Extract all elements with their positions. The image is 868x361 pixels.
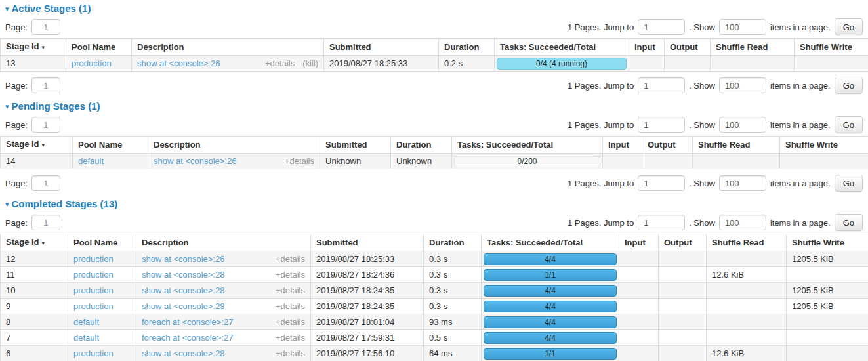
section-header[interactable]: ▾Completed Stages (13) <box>5 198 863 210</box>
column-header-input[interactable]: Input <box>619 234 659 251</box>
go-button[interactable]: Go <box>835 18 863 35</box>
column-header-shuffle-write[interactable]: Shuffle Write <box>780 137 868 154</box>
column-header-description[interactable]: Description <box>148 137 320 154</box>
tasks-cell: 4/4 <box>482 251 619 267</box>
column-header-pool-name[interactable]: Pool Name <box>68 234 136 251</box>
column-header-submitted[interactable]: Submitted <box>311 234 424 251</box>
column-header-shuffle-read[interactable]: Shuffle Read <box>711 39 795 56</box>
column-header-input[interactable]: Input <box>603 137 642 154</box>
column-header-shuffle-write[interactable]: Shuffle Write <box>787 234 868 251</box>
column-header-tasks-succeeded-total[interactable]: Tasks: Succeeded/Total <box>482 234 619 251</box>
column-header-label: Output <box>664 238 692 247</box>
column-header-duration[interactable]: Duration <box>391 137 452 154</box>
pool-name-link[interactable]: production <box>73 254 114 264</box>
pool-name-link[interactable]: production <box>73 301 114 311</box>
column-header-shuffle-read[interactable]: Shuffle Read <box>693 137 780 154</box>
column-header-submitted[interactable]: Submitted <box>324 39 439 56</box>
pool-name-link[interactable]: default <box>78 156 104 166</box>
description-link[interactable]: show at <console>:26 <box>142 254 224 264</box>
jump-to-input[interactable] <box>638 215 685 230</box>
description-link[interactable]: show at <console>:26 <box>137 58 220 68</box>
submitted-cell: 2019/08/27 18:24:36 <box>311 267 424 283</box>
page-number-input[interactable] <box>31 77 60 93</box>
column-header-input[interactable]: Input <box>629 39 665 56</box>
pool-name-link[interactable]: production <box>73 349 114 358</box>
go-button[interactable]: Go <box>835 77 863 94</box>
show-count-input[interactable] <box>719 117 766 133</box>
jump-to-input[interactable] <box>638 117 685 133</box>
column-header-description[interactable]: Description <box>136 234 311 251</box>
description-actions: +details <box>276 286 305 295</box>
column-header-pool-name[interactable]: Pool Name <box>66 39 132 56</box>
section-header[interactable]: ▾Pending Stages (1) <box>5 100 863 112</box>
shuffle-read-cell: 12.6 KiB <box>707 267 787 283</box>
column-header-shuffle-write[interactable]: Shuffle Write <box>795 39 868 56</box>
jump-to-input[interactable] <box>638 19 685 35</box>
column-header-output[interactable]: Output <box>642 137 693 154</box>
pool-name-link[interactable]: production <box>73 286 114 295</box>
details-link[interactable]: +details <box>276 254 305 264</box>
sort-desc-icon: ▾ <box>42 240 45 246</box>
description-link[interactable]: show at <console>:28 <box>142 270 224 280</box>
page-label: Page: <box>5 81 28 91</box>
jump-to-input[interactable] <box>638 175 685 191</box>
column-header-tasks-succeeded-total[interactable]: Tasks: Succeeded/Total <box>452 137 603 154</box>
details-link[interactable]: +details <box>265 58 295 68</box>
show-count-input[interactable] <box>719 175 766 191</box>
pool-name-link[interactable]: default <box>73 317 99 327</box>
page-number-input[interactable] <box>31 215 60 230</box>
duration-cell: 0.3 s <box>424 283 482 299</box>
details-link[interactable]: +details <box>276 270 305 280</box>
description-link[interactable]: foreach at <console>:27 <box>142 317 234 327</box>
details-link[interactable]: +details <box>276 333 305 343</box>
description-link[interactable]: show at <console>:28 <box>142 301 224 311</box>
show-count-input[interactable] <box>719 215 766 230</box>
pool-name-link[interactable]: default <box>73 333 99 343</box>
show-count-input[interactable] <box>719 19 766 35</box>
description-link[interactable]: show at <console>:26 <box>154 156 236 166</box>
details-link[interactable]: +details <box>276 286 305 295</box>
column-header-output[interactable]: Output <box>665 39 711 56</box>
items-label: items in a page. <box>770 120 831 130</box>
column-header-stage-id[interactable]: Stage Id▾ <box>1 234 68 251</box>
column-header-tasks-succeeded-total[interactable]: Tasks: Succeeded/Total <box>495 39 629 56</box>
details-link[interactable]: +details <box>276 317 305 327</box>
column-header-description[interactable]: Description <box>132 39 324 56</box>
shuffle-read-cell <box>693 154 780 169</box>
sort-desc-icon: ▾ <box>42 142 45 148</box>
column-header-stage-id[interactable]: Stage Id▾ <box>1 137 73 154</box>
go-button[interactable]: Go <box>835 214 863 231</box>
description-wrap: foreach at <console>:27+details <box>142 333 305 343</box>
column-header-label: Output <box>670 42 698 52</box>
kill-link[interactable]: (kill) <box>302 58 318 68</box>
column-header-stage-id[interactable]: Stage Id▾ <box>1 39 66 56</box>
output-cell <box>659 314 707 330</box>
go-button[interactable]: Go <box>835 175 863 192</box>
description-cell: show at <console>:26+details(kill) <box>132 56 324 72</box>
description-actions: +details <box>276 333 305 343</box>
shuffle-write-cell: 1205.5 KiB <box>787 283 868 299</box>
column-header-duration[interactable]: Duration <box>424 234 482 251</box>
page-number-input[interactable] <box>31 175 60 191</box>
details-link[interactable]: +details <box>276 301 305 311</box>
page-number-input[interactable] <box>31 117 60 133</box>
column-header-submitted[interactable]: Submitted <box>320 137 391 154</box>
column-header-output[interactable]: Output <box>659 234 707 251</box>
description-link[interactable]: show at <console>:28 <box>142 286 224 295</box>
details-link[interactable]: +details <box>285 156 314 166</box>
column-header-duration[interactable]: Duration <box>439 39 495 56</box>
pool-name-link[interactable]: production <box>73 270 114 280</box>
description-link[interactable]: show at <console>:28 <box>142 349 224 358</box>
details-link[interactable]: +details <box>276 349 305 358</box>
jump-to-input[interactable] <box>638 77 685 93</box>
page-number-input[interactable] <box>31 19 60 35</box>
pool-name-link[interactable]: production <box>72 58 112 68</box>
column-header-pool-name[interactable]: Pool Name <box>73 137 148 154</box>
description-link[interactable]: foreach at <console>:27 <box>142 333 234 343</box>
stage-id-cell: 11 <box>1 267 68 283</box>
section-header[interactable]: ▾Active Stages (1) <box>5 3 863 14</box>
column-header-shuffle-read[interactable]: Shuffle Read <box>707 234 787 251</box>
show-count-input[interactable] <box>719 77 766 93</box>
table-row: 8defaultforeach at <console>:27+details2… <box>1 314 868 330</box>
go-button[interactable]: Go <box>835 116 863 133</box>
